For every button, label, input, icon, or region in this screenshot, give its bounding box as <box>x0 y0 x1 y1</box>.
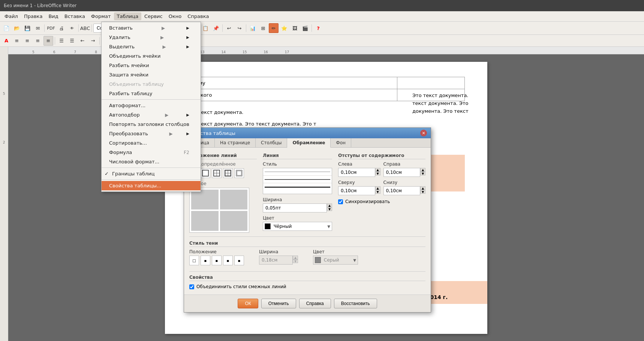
border-all-icon[interactable] <box>212 168 222 178</box>
copy-btn[interactable]: 📋 <box>201 23 210 33</box>
menu-repeat-headers[interactable]: Повторять заголовки столбцов <box>102 120 201 129</box>
menu-sort[interactable]: Сортировать... <box>102 138 201 148</box>
dialog-close-btn[interactable]: ✕ <box>420 130 427 136</box>
menu-formula[interactable]: Формула F2 <box>102 148 201 157</box>
align-right-btn[interactable]: ≡ <box>33 36 43 46</box>
font-color-btn[interactable]: A <box>1 36 11 46</box>
menu-merge-cells[interactable]: Объединить ячейки <box>102 51 201 61</box>
menu-view[interactable]: Вид <box>45 12 61 20</box>
list-ordered-btn[interactable]: ☰ <box>67 36 77 46</box>
menu-autofit[interactable]: Автоподбор ▶ <box>102 110 201 120</box>
open-btn[interactable]: 📂 <box>12 23 22 33</box>
print-btn[interactable]: 🖨 <box>57 23 66 33</box>
shadow-tr-icon[interactable]: ▪ <box>223 256 233 265</box>
indent-more-btn[interactable]: → <box>88 36 98 46</box>
menu-table-properties[interactable]: Свойства таблицы... <box>102 181 201 190</box>
menu-cell-protect[interactable]: Защита ячейки <box>102 70 201 79</box>
sync-checkbox[interactable] <box>338 199 343 204</box>
menu-autoformat[interactable]: Автоформат... <box>102 101 201 110</box>
media-btn[interactable]: 🎬 <box>300 23 310 33</box>
menu-split-cells[interactable]: Разбить ячейки <box>102 61 201 70</box>
bottom-input[interactable]: 0,10см <box>383 186 421 195</box>
color-select[interactable]: Чёрный ▼ <box>263 222 332 231</box>
list-unordered-btn[interactable]: ☰ <box>57 36 66 46</box>
menu-select[interactable]: Выделить ▶ <box>102 42 201 51</box>
menu-table-borders[interactable]: ✓Границы таблиц <box>102 169 201 178</box>
table-properties-dialog[interactable]: Свойства таблицы ✕ Таблица На странице С… <box>184 127 431 313</box>
dialog-main-row: Положение линий Предопределённое <box>189 153 425 233</box>
left-spin-up[interactable]: ▲ <box>375 168 380 172</box>
sep2 <box>78 24 79 32</box>
menu-window[interactable]: Окно <box>166 12 185 20</box>
undo-btn[interactable]: ↩ <box>224 23 234 33</box>
shadow-color: Цвет Серый ▼ <box>313 249 358 265</box>
tab-columns[interactable]: Столбцы <box>256 138 287 147</box>
insert-btn[interactable]: 🖼 <box>290 23 300 33</box>
border-thick-icon[interactable] <box>223 168 233 178</box>
menu-delete[interactable]: Удалить ▶ <box>102 33 201 42</box>
menu-table[interactable]: Таблица <box>114 12 142 20</box>
help2-btn[interactable]: ? <box>313 23 323 33</box>
align-left-btn[interactable]: ≡ <box>12 36 22 46</box>
tab-page[interactable]: На странице <box>215 138 256 147</box>
right-spin-down[interactable]: ▼ <box>420 172 425 175</box>
menu-format[interactable]: Формат <box>88 12 114 20</box>
tab-bg[interactable]: Фон <box>331 138 351 147</box>
indent-less-btn[interactable]: ← <box>78 36 87 46</box>
spell-btn[interactable]: ABC <box>80 23 90 33</box>
menu-help[interactable]: Справка <box>184 12 212 20</box>
shadow-none-icon[interactable]: □ <box>189 256 199 265</box>
chart-btn[interactable]: 📊 <box>248 23 258 33</box>
width-input[interactable]: 0,05пт <box>263 203 327 212</box>
menu-split-table[interactable]: Разбить таблицу <box>102 89 201 98</box>
left-input[interactable]: 0,10см <box>338 168 375 177</box>
ok-button[interactable]: ОК <box>238 299 258 308</box>
email-btn[interactable]: ✉ <box>33 23 43 33</box>
menu-number-format[interactable]: Числовой формат... <box>102 157 201 166</box>
align-justify-btn[interactable]: ≡ <box>43 36 53 46</box>
color-arrow: ▼ <box>327 224 330 229</box>
menu-file[interactable]: Файл <box>1 12 21 20</box>
paste-btn[interactable]: 📌 <box>211 23 221 33</box>
line-style-selector[interactable] <box>263 168 332 194</box>
tab-border[interactable]: Обрамление <box>287 138 331 148</box>
right-input[interactable]: 0,10см <box>383 168 421 177</box>
width-spinner: ▲ ▼ <box>327 203 332 212</box>
shadow-tl-icon[interactable]: ▪ <box>234 256 244 265</box>
top-spin-up[interactable]: ▲ <box>375 186 380 190</box>
ruler: 5 6 7 8 9 10 11 12 13 14 15 16 17 <box>0 47 644 54</box>
cancel-button[interactable]: Отменить <box>261 299 296 308</box>
right-spin-up[interactable]: ▲ <box>420 168 425 172</box>
top-input[interactable]: 0,10см <box>338 186 375 195</box>
menu-convert[interactable]: Преобразовать ▶ <box>102 129 201 138</box>
bottom-spin-down[interactable]: ▼ <box>420 190 425 194</box>
bottom-spin-up[interactable]: ▲ <box>420 186 425 190</box>
left-spin-down[interactable]: ▼ <box>375 172 380 175</box>
menu-insert[interactable]: Вставить ▶ <box>102 23 201 33</box>
shadow-bl-icon[interactable]: ▪ <box>212 256 222 265</box>
offset-left: Слева 0,10см ▲ ▼ <box>338 162 380 177</box>
star-btn[interactable]: ⭐ <box>279 23 289 33</box>
shadow-width-down: ▼ <box>293 259 298 263</box>
border-double-icon[interactable] <box>234 168 244 178</box>
width-spin-up[interactable]: ▲ <box>327 203 332 207</box>
border-box-icon[interactable] <box>201 168 210 178</box>
restore-button[interactable]: Восстановить <box>334 299 377 308</box>
table-btn[interactable]: ⊞ <box>258 23 268 33</box>
toolbar1: 📄 📂 💾 ✉ PDF 🖨 👁 ABC Содержимое таблиц ✂ … <box>0 22 644 35</box>
top-spin-down[interactable]: ▼ <box>375 190 380 194</box>
menu-insert[interactable]: Вставка <box>61 12 88 20</box>
new-btn[interactable]: 📄 <box>1 23 11 33</box>
redo-btn[interactable]: ↪ <box>235 23 244 33</box>
menu-service[interactable]: Сервис <box>141 12 166 20</box>
pdf-btn[interactable]: PDF <box>46 23 56 33</box>
preview-btn[interactable]: 👁 <box>67 23 77 33</box>
merge-styles-checkbox[interactable] <box>189 284 194 289</box>
align-center-btn[interactable]: ≡ <box>22 36 32 46</box>
width-spin-down[interactable]: ▼ <box>327 207 332 211</box>
help-button[interactable]: Справка <box>299 299 331 308</box>
menu-edit[interactable]: Правка <box>21 12 45 20</box>
save-btn[interactable]: 💾 <box>22 23 32 33</box>
shadow-br-icon[interactable]: ▪ <box>201 256 210 265</box>
draw-btn[interactable]: ✏ <box>269 23 279 33</box>
